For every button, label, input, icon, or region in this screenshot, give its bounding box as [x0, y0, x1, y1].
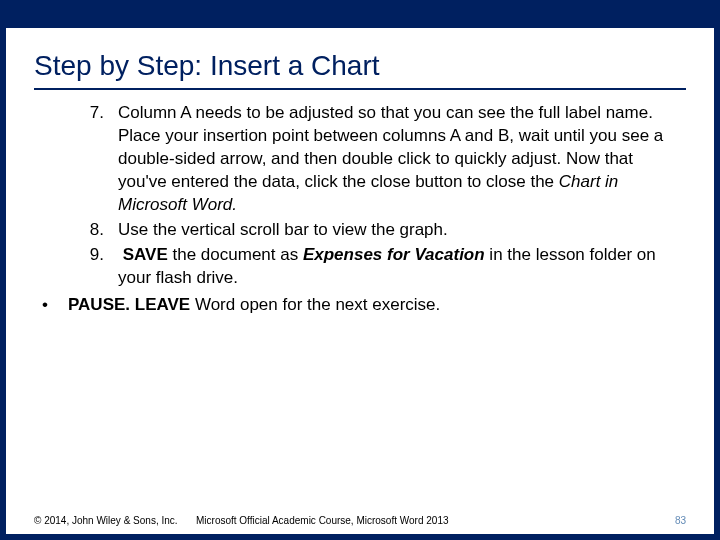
step-text: Column A needs to be adjusted so that yo… [118, 102, 670, 217]
step-text: Use the vertical scroll bar to view the … [118, 219, 670, 242]
bullet-text: PAUSE. LEAVE Word open for the next exer… [68, 294, 670, 317]
bullet-dot: • [40, 294, 68, 317]
footer-copyright: © 2014, John Wiley & Sons, Inc. [34, 515, 178, 526]
slide-title: Step by Step: Insert a Chart [6, 28, 714, 88]
footer-course: Microsoft Official Academic Course, Micr… [196, 515, 449, 526]
step-number: 9. [58, 244, 118, 290]
bullet-item: • PAUSE. LEAVE Word open for the next ex… [40, 294, 670, 317]
title-underline [34, 88, 686, 90]
content-area: 7. Column A needs to be adjusted so that… [6, 102, 714, 316]
steps-list: 7. Column A needs to be adjusted so that… [58, 102, 670, 290]
step-text: SAVE the document as Expenses for Vacati… [118, 244, 670, 290]
footer-page-number: 83 [675, 515, 686, 526]
step-number: 7. [58, 102, 118, 217]
step-item: 9. SAVE the document as Expenses for Vac… [58, 244, 670, 290]
step-item: 8. Use the vertical scroll bar to view t… [58, 219, 670, 242]
step-number: 8. [58, 219, 118, 242]
step-item: 7. Column A needs to be adjusted so that… [58, 102, 670, 217]
slide: Step by Step: Insert a Chart 7. Column A… [0, 0, 720, 540]
